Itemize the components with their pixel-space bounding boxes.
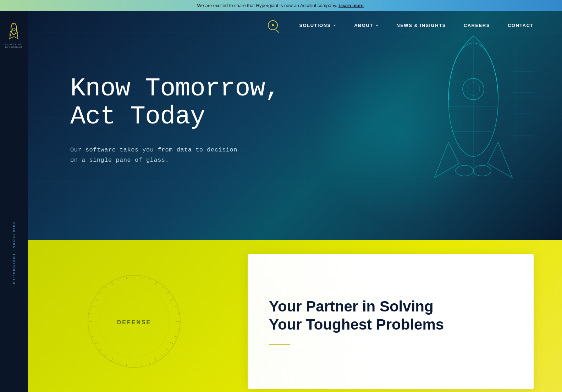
svg-line-46 bbox=[89, 329, 92, 329]
announcement-link[interactable]: Learn more bbox=[338, 3, 364, 8]
svg-line-32 bbox=[170, 342, 173, 344]
svg-line-52 bbox=[105, 287, 106, 288]
svg-line-25 bbox=[167, 292, 169, 294]
svg-line-53 bbox=[111, 282, 113, 285]
svg-line-37 bbox=[142, 364, 142, 366]
svg-line-31 bbox=[175, 336, 177, 337]
svg-line-22 bbox=[149, 279, 150, 281]
main-content: SOLUTIONS ABOUT NEWS & INSIGHTS CAREERS … bbox=[28, 11, 562, 392]
defense-dial[interactable]: DEFENSE bbox=[84, 272, 184, 371]
svg-line-49 bbox=[92, 306, 94, 307]
svg-point-1 bbox=[12, 28, 15, 31]
svg-line-44 bbox=[95, 342, 98, 344]
svg-line-35 bbox=[155, 358, 157, 361]
svg-line-30 bbox=[177, 329, 179, 329]
nav-about[interactable]: ABOUT bbox=[354, 23, 379, 28]
svg-line-45 bbox=[92, 336, 94, 337]
svg-line-55 bbox=[126, 277, 127, 279]
svg-line-40 bbox=[119, 362, 119, 364]
svg-line-54 bbox=[119, 279, 119, 281]
svg-line-23 bbox=[155, 282, 157, 285]
svg-line-33 bbox=[167, 349, 169, 350]
svg-line-48 bbox=[89, 314, 92, 314]
svg-line-21 bbox=[142, 277, 142, 279]
hero-section: SOLUTIONS ABOUT NEWS & INSIGHTS CAREERS … bbox=[28, 11, 562, 240]
svg-text:DEFENSE: DEFENSE bbox=[117, 319, 151, 325]
left-sidebar: AN ACCELINT HYPERGIANT HYPERGIANT INDUST… bbox=[0, 11, 28, 392]
hero-subtitle: Our software takes you from data to deci… bbox=[70, 145, 241, 166]
defense-dial-area: DEFENSE bbox=[28, 240, 241, 392]
hero-title: Know Tomorrow, Act Today bbox=[70, 75, 562, 131]
logo-text: AN ACCELINT HYPERGIANT bbox=[5, 43, 23, 49]
svg-line-36 bbox=[149, 362, 150, 364]
svg-line-50 bbox=[95, 299, 98, 300]
svg-point-5 bbox=[473, 165, 491, 176]
defense-dial-svg: DEFENSE bbox=[84, 272, 184, 371]
hero-subtitle-line1: Our software takes you from data to deci… bbox=[70, 147, 237, 153]
nav-solutions[interactable]: SOLUTIONS bbox=[299, 23, 336, 28]
svg-line-41 bbox=[111, 358, 113, 361]
navbar: SOLUTIONS ABOUT NEWS & INSIGHTS CAREERS … bbox=[28, 11, 562, 39]
yellow-section: DEFENSE Your Partner in Solving Your Tou… bbox=[28, 240, 562, 392]
hero-content: Know Tomorrow, Act Today Our software ta… bbox=[28, 39, 562, 166]
svg-line-39 bbox=[126, 364, 127, 366]
search-button[interactable] bbox=[268, 20, 278, 30]
svg-line-43 bbox=[99, 349, 101, 350]
announcement-period: . bbox=[364, 3, 365, 8]
hero-subtitle-line2: on a single pane of glass. bbox=[70, 157, 169, 164]
nav-careers[interactable]: CAREERS bbox=[464, 23, 490, 28]
logo-rocket-icon bbox=[8, 22, 20, 41]
svg-line-51 bbox=[99, 292, 101, 294]
search-dot bbox=[272, 24, 274, 26]
nav-links: SOLUTIONS ABOUT NEWS & INSIGHTS CAREERS … bbox=[299, 23, 534, 28]
svg-point-4 bbox=[456, 165, 473, 176]
nav-contact[interactable]: CONTACT bbox=[508, 23, 534, 28]
svg-line-34 bbox=[162, 354, 163, 356]
logo-area[interactable]: AN ACCELINT HYPERGIANT bbox=[5, 22, 23, 49]
svg-line-27 bbox=[175, 306, 177, 307]
announcement-bar: We are excited to share that Hypergiant … bbox=[0, 0, 562, 11]
announcement-text: We are excited to share that Hypergiant … bbox=[197, 3, 337, 8]
nav-news[interactable]: NEWS & INSIGHTS bbox=[396, 23, 446, 28]
hero-title-line2: Act Today bbox=[70, 102, 205, 131]
svg-line-24 bbox=[162, 287, 163, 288]
hero-title-line1: Know Tomorrow, bbox=[70, 74, 280, 103]
search-icon bbox=[268, 20, 278, 30]
page-wrapper: AN ACCELINT HYPERGIANT HYPERGIANT INDUST… bbox=[0, 11, 562, 392]
svg-point-0 bbox=[11, 23, 17, 34]
svg-line-28 bbox=[177, 314, 179, 314]
svg-line-26 bbox=[170, 299, 173, 300]
svg-line-42 bbox=[105, 354, 106, 356]
sidebar-vertical-label: HYPERGIANT INDUSTRIES bbox=[12, 220, 16, 284]
